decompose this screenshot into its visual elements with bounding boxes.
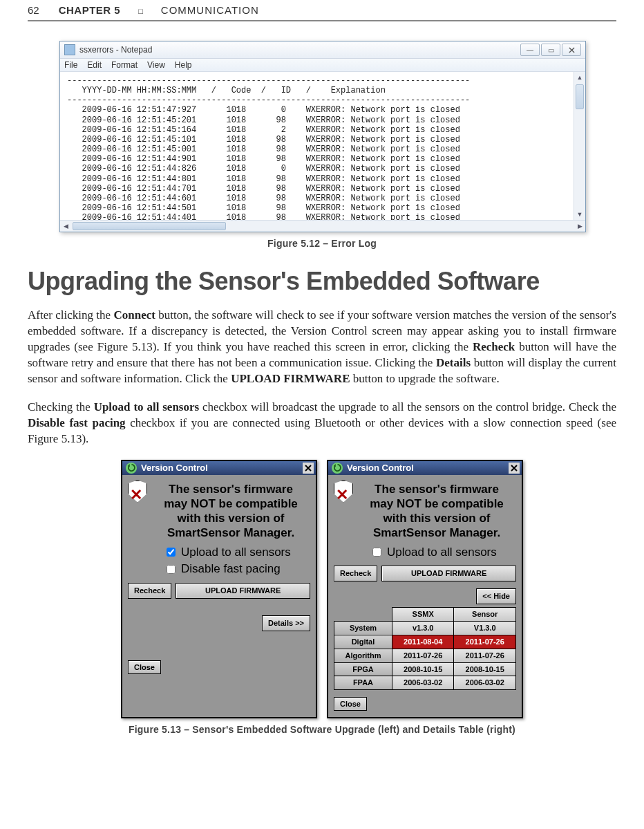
hscroll-thumb[interactable] [73,222,226,230]
scroll-thumb[interactable] [576,84,584,109]
notepad-icon [64,44,75,55]
figure-5-13-caption: Figure 5.13 – Sensor's Embedded Software… [28,724,616,735]
upload-firmware-button[interactable]: UPLOAD FIRMWARE [176,583,310,599]
error-shield-icon: ✕ [334,481,353,503]
upload-firmware-button[interactable]: UPLOAD FIRMWARE [381,566,516,581]
refresh-icon [332,463,343,474]
table-cell: v1.3.0 [392,621,454,635]
dialog-title: Version Control [141,463,208,473]
close-button[interactable] [562,44,581,56]
notepad-titlebar: ssxerrors - Notepad — ▭ [60,41,585,59]
col-sensor: Sensor [454,608,516,622]
close-button[interactable]: Close [334,697,367,711]
heading-upgrading: Upgrading the Sensor's Embedded Software [28,267,616,296]
scroll-left-icon[interactable]: ◀ [60,223,71,230]
dialog-title: Version Control [347,463,414,473]
separator-square: □ [138,7,143,15]
minimize-button[interactable]: — [520,44,540,56]
table-cell: 2006-03-02 [392,676,454,690]
table-row-header: System [334,621,392,635]
paragraph-2: Checking the Upload to all sensors check… [28,400,616,447]
notepad-title: ssxerrors - Notepad [79,45,152,55]
table-cell: 2006-03-02 [454,676,516,690]
table-row-header: Algorithm [334,649,392,662]
upload-all-checkbox[interactable]: Upload to all sensors [164,545,310,561]
table-cell: 2011-07-26 [454,635,516,649]
recheck-button[interactable]: Recheck [128,583,171,599]
table-cell: 2011-08-04 [392,635,454,649]
close-icon[interactable] [303,463,314,474]
error-shield-icon: ✕ [128,481,147,503]
disable-fast-pacing-checkbox[interactable]: Disable fast pacing [164,561,310,577]
running-header: 62 CHAPTER 5 □ COMMUNICATION [28,0,616,21]
version-control-dialog-left: Version Control ✕ The sensor's firmware … [121,460,317,719]
section-label: COMMUNICATION [161,4,259,16]
horizontal-scrollbar[interactable]: ◀ ▶ [60,220,585,232]
notepad-window: ssxerrors - Notepad — ▭ File Edit Format… [59,41,586,232]
warning-message: The sensor's firmware may NOT be compati… [151,481,310,541]
table-cell: 2008-10-15 [454,662,516,676]
page-number: 62 [28,4,39,16]
table-cell: 2008-10-15 [392,662,454,676]
menu-format[interactable]: Format [111,60,138,70]
table-row-header: FPAA [334,676,392,690]
col-ssmx: SSMX [392,608,454,622]
details-table: SSMXSensor Systemv1.3.0V1.3.0Digital2011… [334,607,516,690]
close-button[interactable]: Close [128,660,161,674]
details-button[interactable]: Details >> [262,615,310,631]
vertical-scrollbar[interactable]: ▲ ▼ [574,72,585,220]
maximize-button[interactable]: ▭ [541,44,560,56]
table-row-header: Digital [334,635,392,649]
table-cell: 2011-07-26 [392,649,454,662]
scroll-right-icon[interactable]: ▶ [574,223,585,230]
chapter-label: CHAPTER 5 [59,4,121,16]
recheck-button[interactable]: Recheck [334,566,377,581]
scroll-down-icon[interactable]: ▼ [574,209,585,220]
close-icon[interactable] [509,463,520,474]
figure-5-13-dialogs: Version Control ✕ The sensor's firmware … [28,460,616,719]
warning-message: The sensor's firmware may NOT be compati… [357,481,516,541]
scroll-up-icon[interactable]: ▲ [574,72,585,83]
menu-help[interactable]: Help [175,60,192,70]
table-row-header: FPGA [334,662,392,676]
notepad-text: ----------------------------------------… [60,72,585,220]
menu-view[interactable]: View [147,60,165,70]
table-cell: 2011-07-26 [454,649,516,662]
upload-all-checkbox[interactable]: Upload to all sensors [370,545,516,561]
version-control-dialog-right: Version Control ✕ The sensor's firmware … [327,460,523,719]
table-cell: V1.3.0 [454,621,516,635]
figure-5-12-caption: Figure 5.12 – Error Log [28,238,616,249]
menu-file[interactable]: File [64,60,77,70]
paragraph-1: After clicking the Connect button, the s… [28,308,616,387]
hide-button[interactable]: << Hide [476,588,516,604]
notepad-menubar: File Edit Format View Help [60,59,585,72]
menu-edit[interactable]: Edit [87,60,102,70]
refresh-icon [126,463,137,474]
